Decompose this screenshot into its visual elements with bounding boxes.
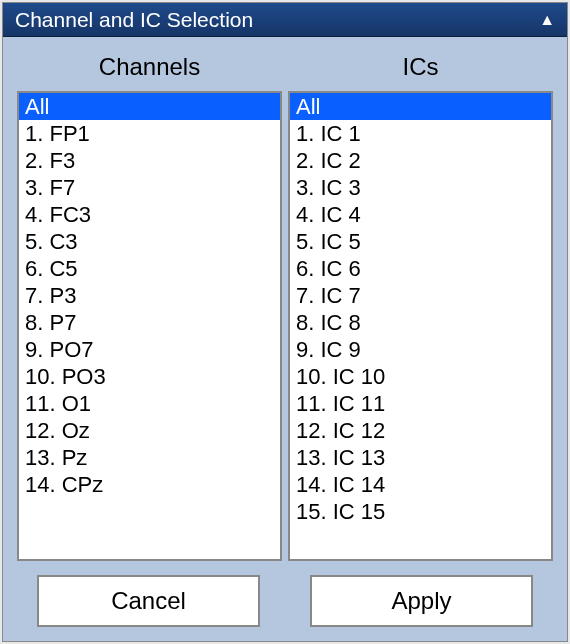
channel-list-item[interactable]: 5. C3 [19,228,280,255]
channel-list-item[interactable]: 2. F3 [19,147,280,174]
ics-listbox-inner: All1. IC 12. IC 23. IC 34. IC 45. IC 56.… [290,93,551,525]
titlebar-text: Channel and IC Selection [15,8,539,32]
channels-listbox[interactable]: All1. FP12. F33. F74. FC35. C36. C57. P3… [19,93,280,559]
ic-list-item[interactable]: 5. IC 5 [290,228,551,255]
ics-listbox-wrap: All1. IC 12. IC 23. IC 34. IC 45. IC 56.… [288,91,553,561]
ics-listbox[interactable]: All1. IC 12. IC 23. IC 34. IC 45. IC 56.… [290,93,551,559]
ic-list-item[interactable]: 3. IC 3 [290,174,551,201]
cancel-button[interactable]: Cancel [37,575,260,627]
channel-list-item[interactable]: 13. Pz [19,444,280,471]
columns: Channels All1. FP12. F33. F74. FC35. C36… [17,47,553,561]
ic-list-item[interactable]: 1. IC 1 [290,120,551,147]
ic-list-item[interactable]: 2. IC 2 [290,147,551,174]
button-row: Cancel Apply [17,561,553,627]
ic-list-item[interactable]: 11. IC 11 [290,390,551,417]
apply-button[interactable]: Apply [310,575,533,627]
channel-list-item[interactable]: 8. P7 [19,309,280,336]
ic-list-item[interactable]: 8. IC 8 [290,309,551,336]
channels-listbox-inner: All1. FP12. F33. F74. FC35. C36. C57. P3… [19,93,280,498]
channels-column: Channels All1. FP12. F33. F74. FC35. C36… [17,47,282,561]
ic-list-item[interactable]: 13. IC 13 [290,444,551,471]
ics-column: ICs All1. IC 12. IC 23. IC 34. IC 45. IC… [288,47,553,561]
channel-list-item[interactable]: 9. PO7 [19,336,280,363]
ic-list-item[interactable]: 15. IC 15 [290,498,551,525]
collapse-up-icon[interactable]: ▲ [539,11,555,29]
channel-list-item[interactable]: 3. F7 [19,174,280,201]
ics-header: ICs [288,47,553,91]
ic-list-item[interactable]: 4. IC 4 [290,201,551,228]
channel-list-item[interactable]: 11. O1 [19,390,280,417]
ic-list-item[interactable]: 9. IC 9 [290,336,551,363]
ic-list-item[interactable]: 14. IC 14 [290,471,551,498]
selection-dialog: Channel and IC Selection ▲ Channels All1… [2,2,568,642]
channel-list-item[interactable]: 6. C5 [19,255,280,282]
titlebar: Channel and IC Selection ▲ [3,3,567,37]
channel-list-item[interactable]: 10. PO3 [19,363,280,390]
channel-list-item[interactable]: 7. P3 [19,282,280,309]
ic-list-item[interactable]: All [290,93,551,120]
channel-list-item[interactable]: All [19,93,280,120]
channels-header: Channels [17,47,282,91]
ic-list-item[interactable]: 7. IC 7 [290,282,551,309]
channel-list-item[interactable]: 14. CPz [19,471,280,498]
dialog-content: Channels All1. FP12. F33. F74. FC35. C36… [3,37,567,641]
ic-list-item[interactable]: 10. IC 10 [290,363,551,390]
ic-list-item[interactable]: 6. IC 6 [290,255,551,282]
ic-list-item[interactable]: 12. IC 12 [290,417,551,444]
channel-list-item[interactable]: 12. Oz [19,417,280,444]
channels-listbox-wrap: All1. FP12. F33. F74. FC35. C36. C57. P3… [17,91,282,561]
channel-list-item[interactable]: 1. FP1 [19,120,280,147]
channel-list-item[interactable]: 4. FC3 [19,201,280,228]
